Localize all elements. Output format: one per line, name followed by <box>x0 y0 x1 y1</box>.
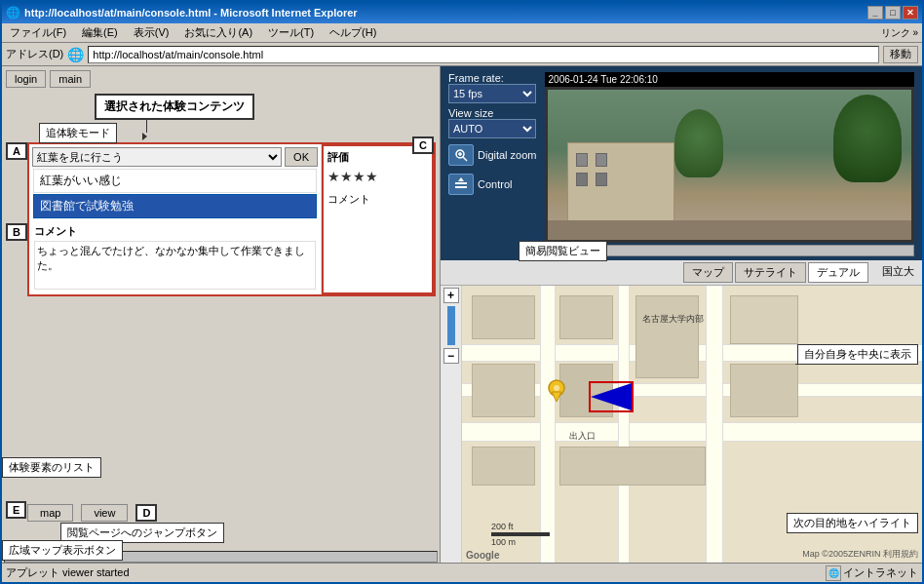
callout-experience-content: 選択された体験コンテンツ <box>95 94 254 120</box>
status-right: 🌐 イントラネット <box>826 565 918 581</box>
menu-edit[interactable]: 編集(E) <box>78 23 122 42</box>
address-label: アドレス(D) <box>6 47 63 61</box>
menu-file[interactable]: ファイル(F) <box>6 23 70 42</box>
window-3 <box>576 173 588 186</box>
view-size-label: View size <box>448 107 537 119</box>
eval-title-2: コメント <box>327 192 428 207</box>
google-logo: Google <box>466 550 499 561</box>
zoom-out-button[interactable]: − <box>443 348 459 364</box>
close-button[interactable]: ✕ <box>903 6 918 19</box>
maximize-button[interactable]: □ <box>885 6 901 19</box>
label-c: C <box>412 136 434 154</box>
road-h-3 <box>462 422 922 442</box>
label-d: D <box>135 504 157 522</box>
block-1 <box>472 295 535 339</box>
status-bar: アプレット viewer started 🌐 イントラネット <box>2 563 922 582</box>
ui-top-row: 紅葉を見に行こう OK 紅葉がいい感じ 図書館で試験勉強 <box>29 144 434 294</box>
address-input[interactable] <box>88 46 879 63</box>
comment-area: コメント ちょっと混んでたけど、なかなか集中して作業できました。 <box>32 222 318 292</box>
menu-favorites[interactable]: お気に入り(A) <box>180 23 256 42</box>
annotation-region: 選択された体験コンテンツ 追体験モード A <box>2 92 440 551</box>
svg-line-1 <box>463 157 467 161</box>
dropdown-area: 紅葉を見に行こう OK 紅葉がいい感じ 図書館で試験勉強 <box>29 144 322 294</box>
view-button[interactable]: view <box>81 504 128 522</box>
svg-marker-8 <box>552 392 561 402</box>
minimize-button[interactable]: _ <box>867 6 883 19</box>
block-7 <box>730 364 798 417</box>
frame-rate-label: Frame rate: <box>448 72 537 84</box>
callout-elements: 体験要素のリスト <box>2 457 101 478</box>
menu-help[interactable]: ヘルプ(H) <box>326 23 380 42</box>
list-area: 紅葉がいい感じ 図書館で試験勉強 <box>32 169 318 218</box>
main-ui-box: 紅葉を見に行こう OK 紅葉がいい感じ 図書館で試験勉強 <box>27 142 436 296</box>
map-container: + − <box>441 286 922 563</box>
blue-arrow <box>591 383 632 410</box>
tree-right <box>833 95 902 182</box>
map-button[interactable]: map <box>27 504 73 522</box>
list-item-1[interactable]: 図書館で試験勉強 <box>33 194 317 218</box>
map-tab-dual[interactable]: デュアル <box>808 262 868 283</box>
svg-point-9 <box>554 385 559 391</box>
road-v-2 <box>618 286 630 563</box>
video-area: 2006-01-24 Tue 22:06:10 <box>545 72 914 256</box>
svg-rect-5 <box>455 186 467 188</box>
login-button[interactable]: login <box>6 70 46 88</box>
eval-stars: ★★★★ <box>327 169 428 184</box>
digital-zoom-button[interactable]: Digital zoom <box>448 142 537 168</box>
title-bar-buttons: _ □ ✕ <box>867 6 918 19</box>
label-b: B <box>6 223 27 241</box>
dropdown-row: 紅葉を見に行こう OK <box>32 147 318 167</box>
main-button[interactable]: main <box>50 70 91 88</box>
camera-area: Frame rate: 15 fps View size AUTO <box>441 66 922 260</box>
video-background <box>548 90 911 240</box>
frame-rate-section: Frame rate: 15 fps <box>448 72 537 103</box>
list-item-0[interactable]: 紅葉がいい感じ <box>33 169 317 193</box>
view-size-section: View size AUTO <box>448 107 537 138</box>
yellow-pin <box>548 378 565 406</box>
menu-bar: ファイル(F) 編集(E) 表示(V) お気に入り(A) ツール(T) ヘルプ(… <box>2 23 922 43</box>
window-2 <box>596 153 607 167</box>
map-copyright: Map ©2005ZENRIN 利用規約 <box>802 548 918 561</box>
svg-marker-6 <box>458 177 464 181</box>
video-building <box>567 142 674 225</box>
experience-dropdown[interactable]: 紅葉を見に行こう <box>32 147 282 167</box>
go-button[interactable]: 移動 <box>883 46 918 63</box>
zoom-in-button[interactable]: + <box>443 288 459 303</box>
callout-arrowhead-1 <box>142 133 147 140</box>
callout-center-self: 自分自身を中央に表示 <box>797 344 918 365</box>
zoom-slider-track[interactable] <box>447 306 455 345</box>
lower-right: 簡易閲覧ビュー マップ サテライト デュアル 国立大 + − <box>441 260 922 563</box>
camera-left-controls: Frame rate: 15 fps View size AUTO <box>448 72 537 256</box>
menu-view[interactable]: 表示(V) <box>130 23 173 42</box>
frame-rate-select[interactable]: 15 fps <box>448 84 536 103</box>
road-v-3 <box>706 286 723 563</box>
scale-line <box>491 532 550 536</box>
map-tab-bar: マップ サテライト デュアル 国立大 <box>441 260 922 286</box>
view-size-select[interactable]: AUTO <box>448 119 536 138</box>
eval-section: C 評価 ★★★★ コメント <box>322 144 434 294</box>
label-e: E <box>6 501 26 519</box>
map-label-university: 名古屋大学内部 <box>642 313 704 326</box>
video-frame <box>545 87 914 243</box>
window-title: http://localhost/at/main/console.html - … <box>24 7 867 19</box>
tree-center <box>674 109 723 177</box>
map-area: 名古屋大学内部 出入口 <box>462 286 922 563</box>
blue-arrow-container <box>589 381 634 412</box>
address-bar: アドレス(D) 🌐 移動 <box>2 43 922 66</box>
zone-icon: 🌐 <box>826 565 841 581</box>
status-text: アプレット viewer started <box>6 565 818 580</box>
map-tab-map[interactable]: マップ <box>683 262 733 283</box>
ok-button[interactable]: OK <box>285 147 318 167</box>
right-panel: Frame rate: 15 fps View size AUTO <box>441 66 922 563</box>
map-label-entrance: 出入口 <box>569 430 596 443</box>
window-1 <box>576 153 588 167</box>
bottom-buttons: map view D <box>27 504 157 522</box>
zoom-sidebar: + − <box>441 286 462 563</box>
menu-tools[interactable]: ツール(T) <box>264 23 318 42</box>
callout-map: 広域マップ表示ボタン <box>2 540 123 561</box>
control-button[interactable]: Control <box>448 172 537 197</box>
comment-text: ちょっと混んでたけど、なかなか集中して作業できました。 <box>34 241 316 290</box>
map-tab-satellite[interactable]: サテライト <box>735 262 806 283</box>
scale-bar: 200 ft 100 m <box>491 522 550 547</box>
callout-next-destination: 次の目的地をハイライト <box>787 513 918 533</box>
